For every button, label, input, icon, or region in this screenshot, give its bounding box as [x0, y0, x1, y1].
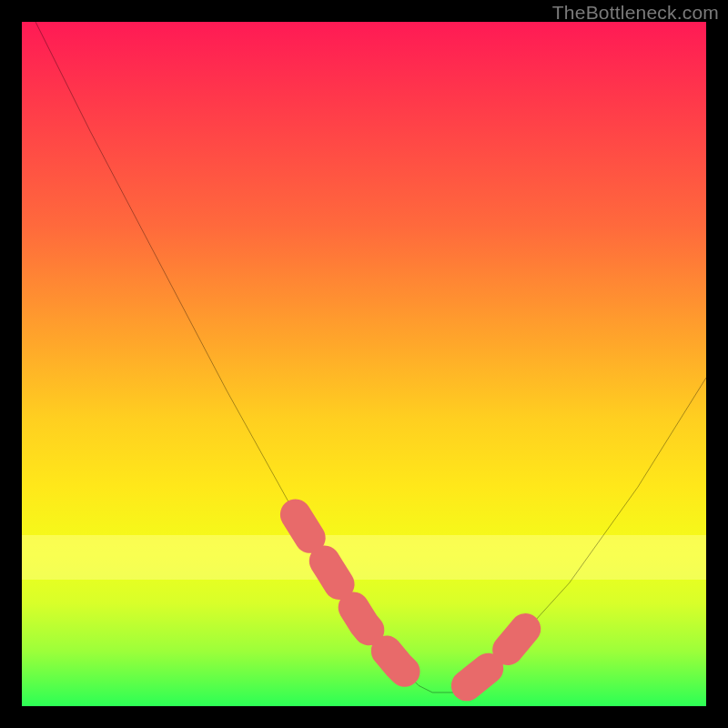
- plot-area: [22, 22, 706, 706]
- watermark-label: TheBottleneck.com: [552, 2, 719, 24]
- highlight-left-dashed: [296, 514, 419, 685]
- bottleneck-curve-line: [35, 22, 706, 693]
- highlight-right-dashed: [467, 617, 535, 685]
- chart-svg: [22, 22, 706, 706]
- chart-frame: TheBottleneck.com: [0, 0, 728, 728]
